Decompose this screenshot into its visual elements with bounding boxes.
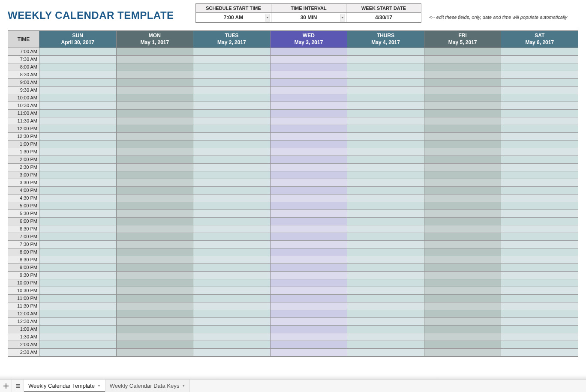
calendar-cell[interactable] <box>193 110 270 117</box>
calendar-cell[interactable] <box>501 302 578 310</box>
calendar-cell[interactable] <box>117 171 194 179</box>
calendar-cell[interactable] <box>39 110 117 117</box>
calendar-cell[interactable] <box>117 287 194 295</box>
calendar-cell[interactable] <box>501 79 578 87</box>
calendar-cell[interactable] <box>270 248 348 256</box>
calendar-cell[interactable] <box>270 218 348 225</box>
calendar-cell[interactable] <box>117 110 194 117</box>
calendar-cell[interactable] <box>270 241 348 248</box>
calendar-cell[interactable] <box>39 148 117 156</box>
calendar-cell[interactable] <box>39 187 117 195</box>
calendar-cell[interactable] <box>39 333 117 341</box>
calendar-cell[interactable] <box>347 264 424 272</box>
calendar-cell[interactable] <box>424 264 502 272</box>
calendar-cell[interactable] <box>193 195 270 202</box>
calendar-cell[interactable] <box>39 225 117 233</box>
calendar-cell[interactable] <box>39 133 117 141</box>
calendar-cell[interactable] <box>270 164 348 171</box>
calendar-cell[interactable] <box>193 218 270 225</box>
calendar-cell[interactable] <box>501 318 578 326</box>
calendar-cell[interactable] <box>270 56 348 63</box>
calendar-cell[interactable] <box>501 110 578 117</box>
calendar-cell[interactable] <box>117 79 194 87</box>
calendar-cell[interactable] <box>424 187 502 195</box>
calendar-cell[interactable] <box>270 279 348 287</box>
calendar-cell[interactable] <box>39 287 117 295</box>
calendar-cell[interactable] <box>501 63 578 71</box>
calendar-cell[interactable] <box>39 302 117 310</box>
calendar-cell[interactable] <box>347 210 424 218</box>
calendar-cell[interactable] <box>117 125 194 133</box>
calendar-cell[interactable] <box>424 48 502 56</box>
calendar-cell[interactable] <box>424 179 502 187</box>
calendar-cell[interactable] <box>347 102 424 110</box>
calendar-cell[interactable] <box>501 56 578 63</box>
calendar-cell[interactable] <box>193 256 270 264</box>
calendar-cell[interactable] <box>347 326 424 333</box>
calendar-cell[interactable] <box>193 94 270 102</box>
calendar-cell[interactable] <box>193 125 270 133</box>
calendar-cell[interactable] <box>193 117 270 125</box>
calendar-cell[interactable] <box>424 63 502 71</box>
calendar-cell[interactable] <box>347 187 424 195</box>
calendar-cell[interactable] <box>270 110 348 117</box>
calendar-cell[interactable] <box>501 233 578 241</box>
calendar-cell[interactable] <box>117 102 194 110</box>
calendar-cell[interactable] <box>117 248 194 256</box>
calendar-cell[interactable] <box>347 333 424 341</box>
calendar-cell[interactable] <box>501 279 578 287</box>
calendar-cell[interactable] <box>117 302 194 310</box>
calendar-cell[interactable] <box>193 79 270 87</box>
calendar-cell[interactable] <box>501 71 578 79</box>
calendar-cell[interactable] <box>39 310 117 318</box>
calendar-cell[interactable] <box>117 179 194 187</box>
calendar-cell[interactable] <box>347 133 424 141</box>
calendar-cell[interactable] <box>117 48 194 56</box>
calendar-cell[interactable] <box>424 171 502 179</box>
calendar-cell[interactable] <box>347 179 424 187</box>
calendar-cell[interactable] <box>117 264 194 272</box>
calendar-cell[interactable] <box>39 264 117 272</box>
calendar-cell[interactable] <box>501 248 578 256</box>
calendar-cell[interactable] <box>117 218 194 225</box>
calendar-cell[interactable] <box>270 310 348 318</box>
calendar-cell[interactable] <box>424 295 502 302</box>
calendar-cell[interactable] <box>424 133 502 141</box>
calendar-cell[interactable] <box>424 218 502 225</box>
config-value-cell[interactable]: 4/30/17 <box>346 13 421 22</box>
calendar-cell[interactable] <box>424 94 502 102</box>
calendar-cell[interactable] <box>347 125 424 133</box>
calendar-cell[interactable] <box>501 326 578 333</box>
calendar-cell[interactable] <box>501 148 578 156</box>
calendar-cell[interactable] <box>424 117 502 125</box>
calendar-cell[interactable] <box>193 318 270 326</box>
calendar-cell[interactable] <box>501 133 578 141</box>
calendar-cell[interactable] <box>424 279 502 287</box>
calendar-cell[interactable] <box>501 195 578 202</box>
calendar-cell[interactable] <box>270 349 348 356</box>
calendar-cell[interactable] <box>193 241 270 248</box>
calendar-cell[interactable] <box>39 179 117 187</box>
calendar-cell[interactable] <box>117 233 194 241</box>
calendar-cell[interactable] <box>501 210 578 218</box>
calendar-cell[interactable] <box>117 164 194 171</box>
calendar-cell[interactable] <box>270 210 348 218</box>
calendar-cell[interactable] <box>501 94 578 102</box>
calendar-cell[interactable] <box>501 156 578 164</box>
calendar-cell[interactable] <box>501 171 578 179</box>
calendar-cell[interactable] <box>117 156 194 164</box>
calendar-cell[interactable] <box>270 287 348 295</box>
calendar-cell[interactable] <box>424 256 502 264</box>
calendar-cell[interactable] <box>270 264 348 272</box>
calendar-cell[interactable] <box>424 302 502 310</box>
calendar-cell[interactable] <box>347 148 424 156</box>
calendar-cell[interactable] <box>39 295 117 302</box>
calendar-cell[interactable] <box>193 210 270 218</box>
calendar-cell[interactable] <box>270 117 348 125</box>
calendar-cell[interactable] <box>424 310 502 318</box>
calendar-cell[interactable] <box>270 202 348 210</box>
calendar-cell[interactable] <box>270 302 348 310</box>
calendar-cell[interactable] <box>117 349 194 356</box>
calendar-cell[interactable] <box>347 110 424 117</box>
calendar-cell[interactable] <box>501 179 578 187</box>
